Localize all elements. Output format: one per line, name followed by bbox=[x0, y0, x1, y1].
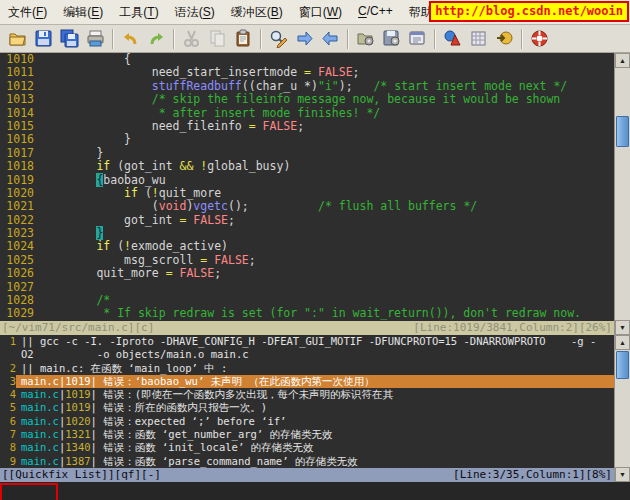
menu-item-3[interactable]: 语法(S) bbox=[167, 1, 223, 24]
quickfix-row[interactable]: 8main.c|1340| 错误：函数 ‘init_locale’ 的存储类无效 bbox=[0, 441, 614, 454]
undo-button[interactable] bbox=[117, 27, 143, 51]
line-number: 1013 bbox=[0, 93, 34, 106]
save-session-button[interactable] bbox=[378, 27, 404, 51]
quickfix-line-number: 8 bbox=[0, 441, 16, 454]
scroll-up-icon[interactable]: ▲ bbox=[615, 53, 630, 68]
code-scrollbar[interactable]: ▲ ▼ bbox=[614, 53, 630, 335]
load-session-icon bbox=[356, 29, 375, 48]
code-line[interactable]: 1011 need_start_insertmode = FALSE; bbox=[0, 66, 614, 79]
statusline-quickfix-title: [[Quickfix List]][qf][-] bbox=[2, 468, 161, 482]
cut-button[interactable] bbox=[178, 27, 204, 51]
line-number: 1018 bbox=[0, 160, 34, 173]
code-text: * If skip redraw is set (for ":" in wait… bbox=[41, 307, 581, 320]
line-number: 1019 bbox=[0, 174, 34, 187]
quickfix-scrollbar-thumb[interactable] bbox=[616, 351, 629, 379]
quickfix-row[interactable]: 7main.c|1321| 错误：函数 ‘get_number_arg’ 的存储… bbox=[0, 428, 614, 441]
quickfix-row[interactable]: 1|| gcc -c -I. -Iproto -DHAVE_CONFIG_H -… bbox=[0, 335, 614, 348]
code-line[interactable]: 1018 if (got_int && !global_busy) bbox=[0, 160, 614, 173]
find-replace-button[interactable] bbox=[265, 27, 291, 51]
code-line[interactable]: 1021 (void)vgetc(); /* flush all buffers… bbox=[0, 200, 614, 213]
code-text: quit_more = FALSE; bbox=[41, 267, 221, 280]
code-text: /* bbox=[41, 294, 110, 307]
code-line[interactable]: 1027 bbox=[0, 281, 614, 294]
find-replace-icon bbox=[269, 29, 288, 48]
find-prev-button[interactable] bbox=[317, 27, 343, 51]
scroll-down-icon[interactable]: ▼ bbox=[615, 320, 630, 335]
line-number: 1024 bbox=[0, 240, 34, 253]
menu-item-0[interactable]: 文件(F) bbox=[0, 1, 55, 24]
menu-item-6[interactable]: C/C++ bbox=[350, 1, 401, 24]
code-editor-window[interactable]: 1010 {1011 need_start_insertmode = FALSE… bbox=[0, 53, 614, 321]
menu-item-5[interactable]: 窗口(W) bbox=[291, 1, 350, 24]
code-line[interactable]: 1014 * after insert mode finishes! */ bbox=[0, 107, 614, 120]
quickfix-window[interactable]: 1|| gcc -c -I. -Iproto -DHAVE_CONFIG_H -… bbox=[0, 335, 614, 468]
save-button[interactable] bbox=[30, 27, 56, 51]
vim-command-line[interactable]: :cw bbox=[0, 482, 630, 500]
quickfix-row[interactable]: 5main.c|1019| 错误：所在的函数内只报告一次。) bbox=[0, 401, 614, 414]
load-session-button[interactable] bbox=[352, 27, 378, 51]
scroll-up-icon[interactable]: ▲ bbox=[615, 335, 630, 350]
line-number: 1011 bbox=[0, 66, 34, 79]
find-next-button[interactable] bbox=[291, 27, 317, 51]
open-button[interactable] bbox=[4, 27, 30, 51]
quickfix-row[interactable]: 9main.c|1387| 错误：函数 ‘parse_command_name’… bbox=[0, 455, 614, 468]
open-icon bbox=[8, 29, 27, 48]
toolbar-separator bbox=[521, 29, 522, 49]
quickfix-text: || gcc -c -I. -Iproto -DHAVE_CONFIG_H -D… bbox=[16, 335, 614, 348]
menu-item-1[interactable]: 编辑(E) bbox=[55, 1, 111, 24]
quickfix-row[interactable]: 6main.c|1020| 错误：expected ‘;’ before ‘if… bbox=[0, 415, 614, 428]
help-icon bbox=[530, 29, 549, 48]
quickfix-row[interactable]: 2|| main.c: 在函数 ‘main_loop’ 中 : bbox=[0, 362, 614, 375]
code-line[interactable]: 1010 { bbox=[0, 53, 614, 66]
print-button[interactable] bbox=[82, 27, 108, 51]
save-all-button[interactable] bbox=[56, 27, 82, 51]
line-number: 1027 bbox=[0, 281, 34, 294]
line-number: 1022 bbox=[0, 214, 34, 227]
code-line[interactable]: 1025 msg_scroll = FALSE; bbox=[0, 254, 614, 267]
paste-button[interactable] bbox=[230, 27, 256, 51]
quickfix-row[interactable]: 4main.c|1019| 错误：(即使在一个函数内多次出现，每个未声明的标识符… bbox=[0, 388, 614, 401]
quickfix-text: main.c|1019| 错误：(即使在一个函数内多次出现，每个未声明的标识符在… bbox=[16, 388, 614, 401]
quickfix-line-number: 9 bbox=[0, 455, 16, 468]
tag-jump-button[interactable] bbox=[491, 27, 517, 51]
run-ctags-button[interactable] bbox=[465, 27, 491, 51]
code-scrollbar-thumb[interactable] bbox=[616, 116, 629, 147]
help-button[interactable] bbox=[526, 27, 552, 51]
code-line[interactable]: 1012 stuffReadbuff((char_u *)"i"); /* st… bbox=[0, 80, 614, 93]
code-line[interactable]: 1028 /* bbox=[0, 294, 614, 307]
statusline-quickfix: [[Quickfix List]][qf][-] [Line:3/35,Colu… bbox=[0, 468, 614, 482]
code-line[interactable]: 1022 got_int = FALSE; bbox=[0, 214, 614, 227]
quickfix-line-number: 4 bbox=[0, 388, 16, 401]
make-button[interactable] bbox=[439, 27, 465, 51]
quickfix-line-number: 6 bbox=[0, 415, 16, 428]
code-line[interactable]: 1016 } bbox=[0, 133, 614, 146]
redo-button[interactable] bbox=[143, 27, 169, 51]
toolbar bbox=[0, 25, 630, 53]
quickfix-scrollbar[interactable]: ▲ ▼ bbox=[614, 335, 630, 482]
tag-jump-icon bbox=[495, 29, 514, 48]
quickfix-text: || main.c: 在函数 ‘main_loop’ 中 : bbox=[16, 362, 614, 375]
code-text: } bbox=[41, 147, 103, 160]
run-script-button[interactable] bbox=[404, 27, 430, 51]
code-text: { bbox=[41, 53, 131, 66]
quickfix-row-selected[interactable]: 3main.c|1019| 错误：‘baobao_wu’ 未声明 （在此函数内第… bbox=[0, 375, 614, 388]
quickfix-row[interactable]: O2 -o objects/main.o main.c bbox=[0, 348, 614, 361]
menu-item-4[interactable]: 缓冲区(B) bbox=[223, 1, 291, 24]
scroll-down-icon[interactable]: ▼ bbox=[615, 467, 630, 482]
copy-button[interactable] bbox=[204, 27, 230, 51]
code-line[interactable]: 1015 need_fileinfo = FALSE; bbox=[0, 120, 614, 133]
code-text: stuffReadbuff((char_u *)"i"); /* start i… bbox=[41, 80, 567, 93]
code-line[interactable]: 1024 if (!exmode_active) bbox=[0, 240, 614, 253]
code-line[interactable]: 1029 * If skip redraw is set (for ":" in… bbox=[0, 307, 614, 320]
menu-item-2[interactable]: 工具(T) bbox=[111, 1, 166, 24]
code-line[interactable]: 1020 if (!quit_more bbox=[0, 187, 614, 200]
paste-icon bbox=[234, 29, 253, 48]
code-line[interactable]: 1019 {baobao_wu bbox=[0, 174, 614, 187]
code-line[interactable]: 1026 quit_more = FALSE; bbox=[0, 267, 614, 280]
code-line[interactable]: 1013 /* skip the fileinfo message now, b… bbox=[0, 93, 614, 106]
code-line[interactable]: 1023 } bbox=[0, 227, 614, 240]
find-next-icon bbox=[295, 29, 314, 48]
code-text: {baobao_wu bbox=[41, 174, 166, 187]
save-icon bbox=[34, 29, 53, 48]
code-line[interactable]: 1017 } bbox=[0, 147, 614, 160]
